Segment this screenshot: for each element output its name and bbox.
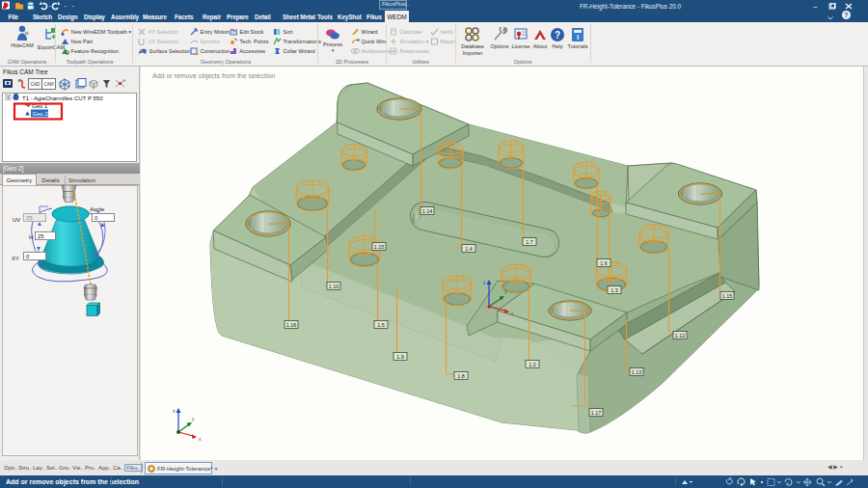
svg-text:1.17: 1.17 (591, 410, 602, 416)
svg-text:CAM: CAM (44, 82, 54, 87)
svg-text:1.15: 1.15 (374, 244, 385, 250)
svg-text:1.14: 1.14 (422, 208, 433, 214)
svg-text:1.16: 1.16 (286, 322, 297, 328)
svg-text:1.10: 1.10 (329, 284, 339, 289)
svg-text:i: i (577, 33, 579, 41)
svg-text:CAD: CAD (31, 82, 41, 87)
svg-text:y: y (192, 416, 195, 421)
svg-text:x: x (511, 311, 514, 316)
svg-text:1.13: 1.13 (632, 369, 642, 375)
svg-text:1.3: 1.3 (610, 287, 618, 293)
svg-text:1.4: 1.4 (465, 246, 473, 252)
svg-text:z: z (483, 280, 486, 285)
svg-text:1.5: 1.5 (377, 322, 385, 328)
svg-text:1.2: 1.2 (529, 362, 536, 367)
svg-text:1.12: 1.12 (675, 333, 686, 339)
svg-text:1.7: 1.7 (526, 239, 533, 245)
svg-text:1.15: 1.15 (722, 293, 733, 299)
svg-text:1.6: 1.6 (600, 260, 608, 266)
svg-text:Geo 2: Geo 2 (33, 111, 49, 117)
svg-text:T1 - AgieCharmilles CUT P 550: T1 - AgieCharmilles CUT P 550 (22, 95, 103, 101)
svg-text:?: ? (555, 30, 560, 41)
svg-text:1.9: 1.9 (396, 354, 404, 360)
svg-text:1.8: 1.8 (457, 373, 465, 379)
svg-text:x: x (199, 436, 202, 442)
svg-text:z: z (173, 408, 176, 414)
